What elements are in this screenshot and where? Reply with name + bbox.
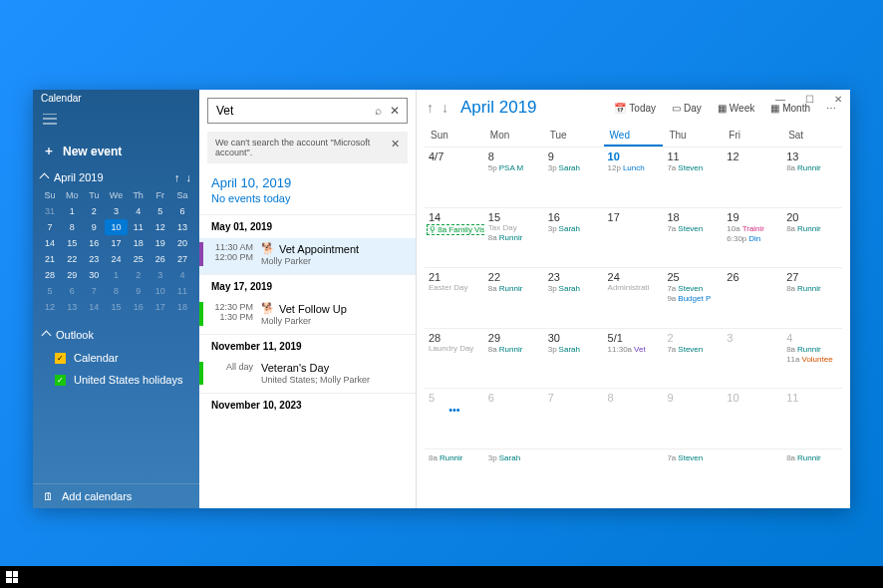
mini-day[interactable]: 31 (39, 203, 61, 219)
more-events-icon[interactable]: ••• (429, 404, 480, 416)
mini-day[interactable]: 8 (105, 283, 127, 299)
mini-day[interactable]: 14 (39, 235, 61, 251)
mini-day[interactable]: 22 (61, 251, 83, 267)
clear-search-icon[interactable]: ✕ (387, 104, 404, 118)
mini-day[interactable]: 16 (128, 299, 149, 315)
month-cell[interactable]: 11 (782, 388, 842, 448)
month-cell[interactable]: 26 (723, 267, 782, 328)
search-result[interactable]: All day Veteran's Day United States; Mol… (199, 358, 416, 393)
mini-day[interactable]: 10 (105, 219, 127, 235)
mini-day[interactable]: 24 (105, 251, 127, 267)
month-cell[interactable]: 298a Runnir (484, 328, 544, 389)
mini-day[interactable]: 15 (105, 299, 127, 315)
mini-day[interactable]: 17 (105, 235, 127, 251)
month-cell[interactable]: 187a Steven (663, 207, 723, 268)
mini-day[interactable]: 12 (39, 299, 61, 315)
mini-day[interactable]: 3 (105, 203, 127, 219)
today-button[interactable]: 📅 Today (610, 101, 660, 116)
collapse-icon[interactable] (40, 172, 50, 182)
calendar-event[interactable]: 8a Runnir (786, 345, 838, 354)
prev-month-button[interactable]: ↑ (174, 171, 180, 183)
mini-day[interactable]: 5 (39, 283, 61, 299)
mini-day[interactable]: 18 (171, 299, 193, 315)
search-input[interactable] (212, 104, 370, 118)
account-toggle[interactable]: Outlook (33, 323, 199, 347)
calendar-event[interactable]: 3p Sarah (548, 284, 600, 293)
mini-day[interactable]: 19 (149, 235, 171, 251)
calendar-event[interactable]: 11:30a Vet (608, 345, 660, 354)
calendar-event[interactable]: 7a Steven (667, 163, 719, 172)
calendar-event[interactable]: 7a Steven (667, 284, 719, 293)
mini-day[interactable]: 2 (83, 203, 105, 219)
mini-day[interactable]: 26 (149, 251, 171, 267)
mini-day[interactable]: 11 (171, 283, 193, 299)
month-cell[interactable]: 257a Steven9a Budget P (663, 267, 723, 328)
mini-day[interactable]: 20 (171, 235, 193, 251)
month-cell[interactable]: 8 (604, 388, 664, 448)
mini-day[interactable]: 30 (83, 267, 105, 283)
week-view-button[interactable]: ▦ Week (714, 101, 758, 116)
month-cell[interactable]: 5••• (425, 388, 484, 448)
day-view-button[interactable]: ▭ Day (668, 101, 706, 116)
month-cell[interactable]: 1910a Trainir6:30p Din (723, 207, 782, 268)
month-cell[interactable]: 85p PSA M (484, 147, 544, 207)
month-cell[interactable]: 138a Runnir (782, 147, 842, 207)
mini-day[interactable]: 11 (128, 219, 149, 235)
month-cell[interactable]: 7a Steven (663, 448, 723, 509)
calendar-event[interactable]: 7a Steven (667, 453, 719, 462)
mini-day[interactable]: 5 (149, 203, 171, 219)
calendar-event[interactable]: 7a Steven (667, 345, 719, 354)
month-cell[interactable]: 228a Runnir (484, 267, 544, 328)
mini-day[interactable]: 21 (39, 251, 61, 267)
mini-day[interactable]: 13 (171, 219, 193, 235)
mini-day[interactable]: 7 (39, 219, 61, 235)
mini-day[interactable]: 9 (83, 219, 105, 235)
mini-day[interactable]: 18 (128, 235, 149, 251)
month-cell[interactable]: 3 (723, 328, 782, 389)
month-cell[interactable]: 12 (723, 147, 782, 207)
prev-period-button[interactable]: ↑ (427, 100, 434, 116)
mini-day[interactable]: 10 (149, 283, 171, 299)
month-cell[interactable] (723, 448, 782, 509)
calendar-event[interactable]: 8a Runnir (786, 284, 838, 293)
mini-day[interactable]: 3 (149, 267, 171, 283)
mini-day[interactable]: 16 (83, 235, 105, 251)
month-cell[interactable]: 163p Sarah (544, 207, 604, 268)
calendar-event[interactable]: 11a Voluntee (786, 355, 838, 364)
mini-day[interactable]: 15 (61, 235, 83, 251)
calendar-event[interactable]: 3p Sarah (548, 224, 600, 233)
month-cell[interactable]: 14⚲ 8a Family Visiting (425, 207, 484, 268)
close-button[interactable]: ✕ (830, 92, 846, 107)
mini-day[interactable]: 28 (39, 267, 61, 283)
new-event-button[interactable]: ＋ New event (33, 133, 199, 169)
calendar-event[interactable]: 8a Runnir (786, 163, 838, 172)
maximize-button[interactable]: ☐ (801, 92, 818, 107)
add-calendars-button[interactable]: 🗓 Add calendars (33, 483, 199, 508)
search-icon[interactable]: ⌕ (370, 104, 387, 118)
mini-day[interactable]: 25 (128, 251, 149, 267)
calendar-event[interactable]: 8a Runnir (429, 453, 480, 462)
hamburger-button[interactable] (33, 108, 199, 133)
checkbox-icon[interactable]: ✓ (55, 375, 66, 386)
mini-day[interactable]: 14 (83, 299, 105, 315)
calendar-item[interactable]: ✓Calendar (33, 347, 199, 369)
mini-day[interactable]: 4 (128, 203, 149, 219)
month-cell[interactable]: 28Laundry Day (425, 328, 484, 389)
calendar-event[interactable]: 7a Steven (667, 224, 719, 233)
mini-day[interactable]: 7 (83, 283, 105, 299)
mini-day[interactable]: 1 (61, 203, 83, 219)
month-cell[interactable] (544, 448, 604, 509)
month-cell[interactable]: 7 (544, 388, 604, 448)
calendar-event[interactable]: 12p Lunch (608, 163, 660, 172)
mini-day[interactable]: 17 (149, 299, 171, 315)
checkbox-icon[interactable]: ✓ (55, 353, 66, 364)
month-cell[interactable]: 27a Steven (663, 328, 723, 389)
month-cell[interactable]: 9 (663, 388, 723, 448)
month-cell[interactable]: 1012p Lunch (604, 147, 664, 207)
calendar-event[interactable]: 8a Runnir (786, 453, 838, 462)
start-button[interactable] (6, 571, 18, 583)
month-cell[interactable]: 8a Runnir (425, 448, 484, 509)
mini-day[interactable]: 8 (61, 219, 83, 235)
mini-day[interactable]: 2 (128, 267, 149, 283)
calendar-event[interactable]: 3p Sarah (488, 453, 540, 462)
